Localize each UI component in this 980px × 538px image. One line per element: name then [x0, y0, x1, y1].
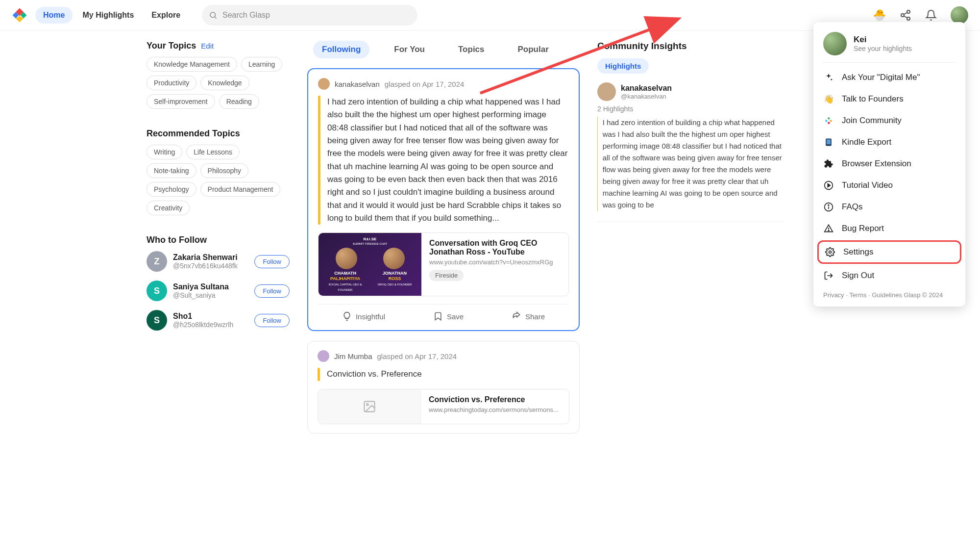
svg-point-8	[907, 17, 910, 20]
edit-topics-link[interactable]: Edit	[201, 42, 214, 50]
footer-guidelines[interactable]: Guidelines	[872, 291, 902, 299]
tab-topics[interactable]: Topics	[449, 41, 493, 58]
search-icon	[209, 11, 218, 20]
footer-brand: Glasp © 2024	[904, 291, 943, 299]
highlight-bar	[318, 96, 320, 225]
follow-button[interactable]: Follow	[254, 284, 290, 298]
link-tag[interactable]: Fireside	[429, 270, 464, 281]
bookmark-icon	[433, 311, 443, 321]
follow-avatar[interactable]: S	[147, 281, 167, 301]
feed-card[interactable]: Jim Mumba glasped on Apr 17, 2024 Convic…	[307, 341, 580, 433]
nav-links: Home My Highlights Explore	[35, 7, 188, 24]
kindle-icon	[823, 137, 834, 148]
dropdown-item-label: Browser Extension	[842, 159, 911, 169]
topic-chip[interactable]: Philosophy	[200, 163, 249, 178]
link-title: Conversation with Groq CEO Jonathan Ross…	[429, 239, 561, 256]
highlights-tab[interactable]: Highlights	[597, 58, 649, 74]
svg-rect-16	[828, 122, 830, 124]
dropdown-item-tutorial-video[interactable]: Tutorial Video	[813, 175, 965, 196]
follow-avatar[interactable]: S	[147, 310, 167, 331]
gear-icon	[825, 247, 835, 257]
link-preview[interactable]: Conviction vs. Preference www.preachingt…	[318, 389, 569, 424]
dropdown-avatar	[823, 32, 847, 55]
topic-chip[interactable]: Reading	[219, 94, 259, 109]
your-topics-chips: Knowledge ManagementLearningProductivity…	[147, 57, 290, 109]
dropdown-item-join-community[interactable]: Join Community	[813, 110, 965, 131]
topic-chip[interactable]: Product Management	[200, 182, 281, 197]
insightful-button[interactable]: Insightful	[342, 311, 385, 321]
dropdown-item-label: Kindle Export	[842, 137, 891, 147]
dropdown-item-sign-out[interactable]: Sign Out	[813, 265, 965, 286]
main: Your Topics Edit Knowledge ManagementLea…	[135, 31, 845, 453]
topic-chip[interactable]: Psychology	[147, 182, 196, 197]
dropdown-header[interactable]: Kei See your highlights	[813, 30, 965, 62]
share-button[interactable]: Share	[512, 311, 545, 321]
dropdown-item-bug-report[interactable]: Bug Report	[813, 218, 965, 239]
dropdown-item-ask-your-digital-me-[interactable]: Ask Your "Digital Me"	[813, 67, 965, 88]
topic-chip[interactable]: Creativity	[147, 201, 190, 215]
follow-button[interactable]: Follow	[254, 314, 290, 327]
topic-chip[interactable]: Life Lessons	[186, 145, 240, 159]
community-title: Community Insights	[597, 41, 784, 51]
dropdown-item-talk-to-founders[interactable]: 👋Talk to Founders	[813, 88, 965, 110]
topic-chip[interactable]: Knowledge	[200, 76, 249, 90]
user-avatar[interactable]	[951, 6, 968, 24]
dropdown-item-faqs[interactable]: FAQs	[813, 196, 965, 218]
community-user[interactable]: kanakaselvan	[621, 84, 672, 93]
card-user[interactable]: kanakaselvan	[335, 80, 380, 88]
follow-list: Z Zakaria Shenwari@5nx7vb616ku448fk Foll…	[147, 251, 290, 331]
footer-terms[interactable]: Terms	[849, 291, 866, 299]
signout-icon	[823, 270, 834, 281]
footer-privacy[interactable]: Privacy	[823, 291, 844, 299]
save-button[interactable]: Save	[433, 311, 464, 321]
topic-chip[interactable]: Self-improvement	[147, 94, 215, 109]
tab-popular[interactable]: Popular	[509, 41, 558, 58]
feed-card[interactable]: kanakaselvan glasped on Apr 17, 2024 I h…	[307, 68, 580, 331]
search-input[interactable]	[202, 5, 417, 26]
topic-chip[interactable]: Productivity	[147, 76, 196, 90]
community-card: kanakaselvan @kanakaselvan 2 Highlights …	[597, 82, 784, 222]
follow-name[interactable]: Zakaria Shenwari	[173, 253, 248, 262]
chick-icon[interactable]: 🐣	[873, 9, 886, 22]
nav-my-highlights[interactable]: My Highlights	[74, 7, 142, 24]
nav-explore[interactable]: Explore	[144, 7, 188, 24]
topic-chip[interactable]: Learning	[241, 57, 283, 72]
svg-line-5	[215, 17, 217, 19]
topic-chip[interactable]: Note-taking	[147, 163, 196, 178]
highlight-count: 2 Highlights	[597, 105, 784, 113]
card-user[interactable]: Jim Mumba	[334, 352, 372, 360]
topic-chip[interactable]: Knowledge Management	[147, 57, 237, 72]
follow-button[interactable]: Follow	[254, 255, 290, 268]
link-preview[interactable]: R∧I.SESUMMIT FIRESIDE CHAT CHAMATHPALIHA…	[318, 232, 569, 296]
follow-name[interactable]: Sho1	[173, 312, 248, 321]
search-box	[202, 5, 417, 26]
share-icon[interactable]	[900, 9, 911, 21]
dropdown-item-settings[interactable]: Settings	[817, 240, 961, 264]
card-avatar[interactable]	[318, 350, 329, 362]
bell-icon[interactable]	[925, 9, 937, 21]
glasp-logo[interactable]	[12, 7, 27, 23]
follow-handle: @Sult_saniya	[173, 291, 248, 299]
dropdown-subtitle: See your highlights	[854, 45, 912, 52]
card-avatar[interactable]	[318, 78, 330, 90]
follow-avatar[interactable]: Z	[147, 251, 167, 272]
follow-name[interactable]: Saniya Sultana	[173, 282, 248, 291]
tab-for-you[interactable]: For You	[385, 41, 434, 58]
dropdown-item-kindle-export[interactable]: Kindle Export	[813, 131, 965, 153]
svg-point-6	[907, 10, 910, 13]
sidebar-right: Community Insights Highlights kanakaselv…	[586, 41, 796, 443]
follow-item: S Sho1@h25o8lktde9wzrlh Follow	[147, 310, 290, 331]
dropdown-footer: Privacy · Terms · Guidelines Glasp © 202…	[813, 286, 965, 299]
dropdown-item-browser-extension[interactable]: Browser Extension	[813, 153, 965, 175]
tab-following[interactable]: Following	[313, 41, 369, 58]
link-title: Conviction vs. Preference	[429, 395, 561, 404]
link-url: www.youtube.com/watch?v=UneoszmxRGg	[429, 258, 561, 266]
follow-item: S Saniya Sultana@Sult_saniya Follow	[147, 281, 290, 301]
highlight-bar	[597, 117, 598, 211]
community-avatar[interactable]	[597, 82, 616, 101]
topic-chip[interactable]: Writing	[147, 145, 182, 159]
who-to-follow-title: Who to Follow	[147, 235, 290, 245]
user-dropdown: Kei See your highlights Ask Your "Digita…	[813, 22, 965, 307]
nav-home[interactable]: Home	[35, 7, 73, 24]
svg-rect-13	[825, 120, 827, 122]
